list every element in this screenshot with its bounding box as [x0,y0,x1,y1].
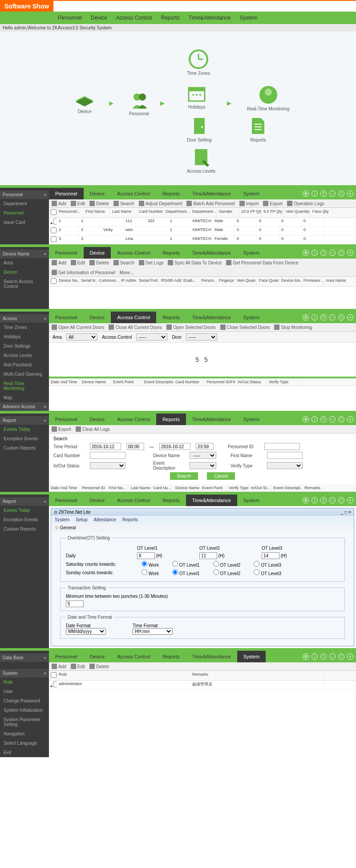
sidebar-item[interactable]: Exception Events [0,515,49,524]
sat-ot2-radio[interactable] [213,561,219,567]
nav-personnel[interactable]: Personnel [58,15,82,21]
maximize-icon[interactable]: □ [338,314,344,320]
row-checkbox[interactable] [51,227,57,233]
sidebar-item[interactable]: Door Settings [0,341,49,351]
tab-time-attendance[interactable]: Time&Attendance [186,495,237,506]
tab-system[interactable]: System [237,247,266,259]
sidebar-item[interactable]: Access Levels [0,351,49,360]
more-button[interactable]: More... [120,270,134,275]
op-logs-button[interactable]: Operation Logs [287,201,324,206]
export-button[interactable]: Export [52,426,71,432]
tab-system[interactable]: System [237,312,266,323]
ot3-input[interactable] [262,552,279,559]
sidebar-item[interactable]: User [0,687,49,696]
info-icon[interactable]: i [312,191,318,197]
nav-system[interactable]: System [239,15,257,21]
edit-button[interactable]: Edit [71,664,85,669]
minimize-icon[interactable]: − [329,191,336,197]
tab-reports[interactable]: Reports [156,188,186,199]
help-icon[interactable]: ? [320,314,327,320]
delete-button[interactable]: Delete [89,664,109,669]
select-all-checkbox[interactable] [51,672,57,678]
import-button[interactable]: Import [239,201,259,206]
sidebar-item[interactable]: System Initialization [0,706,49,715]
get-logs-button[interactable]: Get Logs [139,260,164,265]
tab-reports[interactable]: Reports [156,651,186,662]
stop-monitoring-button[interactable]: Stop Monitoring [274,324,312,330]
maximize-icon[interactable]: □ [338,653,344,660]
close-all-button[interactable]: Close All Current Doors [109,324,162,330]
tab-system[interactable]: System [237,188,266,199]
info-icon[interactable]: i [312,497,318,503]
tab-time-attendance[interactable]: Time&Attendance [186,247,237,259]
tab-device[interactable]: Device [84,312,111,323]
edit-button[interactable]: Edit [71,260,85,265]
tab-time-attendance[interactable]: Time&Attendance [186,312,237,323]
add-button[interactable]: Add [52,664,66,669]
tab-personnel[interactable]: Personnel [49,414,84,425]
tab-access-control[interactable]: Access Control [111,188,156,199]
help-icon[interactable]: ? [320,191,327,197]
tab-personnel[interactable]: Personnel [49,651,84,662]
sidebar-item[interactable]: Map [0,393,49,402]
nav-time-attendance[interactable]: Time&Attendance [188,15,231,21]
row-checkbox[interactable] [53,681,57,687]
sun-work-radio[interactable] [142,569,147,575]
help-icon[interactable]: ? [320,497,327,503]
tab-system[interactable]: System [237,651,266,662]
tab-personnel[interactable]: Personnel [49,247,84,259]
cancel-button[interactable]: Cancel [207,472,235,480]
area-select[interactable]: All [66,333,97,341]
date-to-input[interactable] [159,443,190,450]
close-icon[interactable]: × [347,653,353,660]
tab-access-control[interactable]: Access Control [111,414,156,425]
table-row[interactable]: ▸111112221XIMITECHMale0000 [49,218,356,227]
sun-ot2-radio[interactable] [213,569,219,575]
close-icon[interactable]: × [347,497,353,503]
time-to-input[interactable] [196,443,214,450]
settings-icon[interactable]: ⚙ [303,191,309,197]
minimize-icon[interactable]: − [329,314,336,320]
tab-reports[interactable]: Reports [156,414,186,425]
sidebar-item[interactable]: Multi-Card Opening [0,369,49,379]
settings-icon[interactable]: ⚙ [303,653,309,660]
date-from-input[interactable] [90,443,121,450]
sidebar-item-issue-card[interactable]: Issue Card [0,218,49,227]
close-selected-button[interactable]: Close Selected Doors [220,324,270,330]
close-icon[interactable]: × [348,510,351,515]
sidebar-item-search-ac[interactable]: Search Access Control [0,277,49,291]
batch-add-button[interactable]: Batch Add Personnel [186,201,235,206]
sat-ot3-radio[interactable] [254,561,259,567]
inout-select[interactable] [90,462,125,469]
tab-personnel[interactable]: Personnel [49,188,84,199]
tab-personnel[interactable]: Personnel [49,312,84,323]
help-icon[interactable]: ? [320,250,327,256]
sidebar-item-personnel[interactable]: Personnel [0,208,49,218]
help-icon[interactable]: ? [320,653,327,660]
tab-personnel[interactable]: Personnel [49,495,84,506]
delete-button[interactable]: Delete [89,201,109,206]
maximize-icon[interactable]: □ [338,497,344,503]
sidebar-item[interactable]: Events Today [0,506,49,515]
sync-button[interactable]: Sync All Data To Device [168,260,222,265]
sidebar-item[interactable]: System Parameter Setting [0,715,49,729]
sidebar-item[interactable]: Custom Reports [0,443,49,453]
table-row[interactable]: 22Vickywen1XIMITECHMale0000 [49,227,356,235]
table-row[interactable]: 33Lina1XIMITECHFemale0000 [49,235,356,244]
sidebar-item[interactable]: Navigation [0,729,49,738]
ot1-input[interactable] [137,552,155,559]
delete-button[interactable]: Delete [89,260,109,265]
tab-access-control[interactable]: Access Control [111,312,156,323]
sidebar-item[interactable]: Change Password [0,696,49,706]
settings-icon[interactable]: ⚙ [303,314,309,320]
sidebar-item[interactable]: Real-Time Monitoring [0,379,49,393]
search-button[interactable]: Search [170,472,198,480]
nav-device[interactable]: Device [91,15,107,21]
sun-ot3-radio[interactable] [254,569,259,575]
tab-access-control[interactable]: Access Control [111,247,156,259]
card-number-input[interactable] [90,452,125,459]
minimize-icon[interactable]: − [329,497,336,503]
sidebar-item[interactable]: Custom Reports [0,524,49,534]
tab-time-attendance[interactable]: Time&Attendance [186,651,237,662]
sidebar-item[interactable]: Holidays [0,332,49,341]
